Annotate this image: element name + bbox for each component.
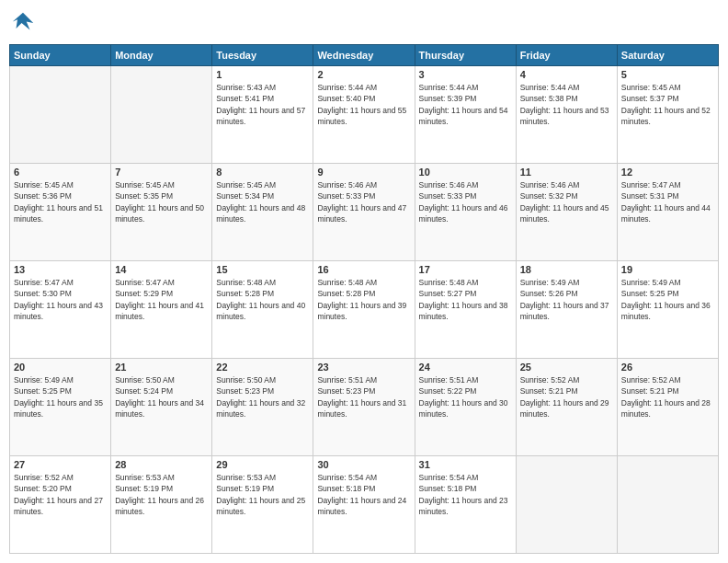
day-number: 8 [216,167,309,178]
day-cell: 15Sunrise: 5:48 AM Sunset: 5:28 PM Dayli… [212,261,313,359]
page: SundayMondayTuesdayWednesdayThursdayFrid… [0,0,728,563]
day-info: Sunrise: 5:46 AM Sunset: 5:33 PM Dayligh… [419,179,512,224]
day-info: Sunrise: 5:47 AM Sunset: 5:29 PM Dayligh… [115,277,208,322]
day-cell: 14Sunrise: 5:47 AM Sunset: 5:29 PM Dayli… [111,261,212,359]
day-info: Sunrise: 5:53 AM Sunset: 5:19 PM Dayligh… [216,472,309,517]
day-number: 5 [621,69,714,80]
logo-icon [9,9,37,37]
week-row-2: 6Sunrise: 5:45 AM Sunset: 5:36 PM Daylig… [10,164,719,261]
calendar-table: SundayMondayTuesdayWednesdayThursdayFrid… [9,44,719,554]
day-info: Sunrise: 5:48 AM Sunset: 5:27 PM Dayligh… [419,277,512,322]
day-cell: 20Sunrise: 5:49 AM Sunset: 5:25 PM Dayli… [10,359,111,456]
week-row-3: 13Sunrise: 5:47 AM Sunset: 5:30 PM Dayli… [10,261,719,359]
day-cell: 17Sunrise: 5:48 AM Sunset: 5:27 PM Dayli… [415,261,516,359]
day-header-friday: Friday [516,45,617,66]
day-number: 19 [621,264,714,275]
day-header-monday: Monday [111,45,212,66]
day-number: 30 [317,459,410,470]
day-cell: 19Sunrise: 5:49 AM Sunset: 5:25 PM Dayli… [617,261,718,359]
day-cell: 16Sunrise: 5:48 AM Sunset: 5:28 PM Dayli… [313,261,415,359]
day-cell [516,456,617,554]
day-info: Sunrise: 5:51 AM Sunset: 5:22 PM Dayligh… [419,374,512,419]
day-number: 4 [520,69,613,80]
day-number: 17 [419,264,512,275]
day-info: Sunrise: 5:45 AM Sunset: 5:35 PM Dayligh… [115,179,208,224]
day-info: Sunrise: 5:48 AM Sunset: 5:28 PM Dayligh… [317,277,410,322]
day-info: Sunrise: 5:46 AM Sunset: 5:32 PM Dayligh… [520,179,613,224]
day-number: 20 [14,362,107,373]
day-info: Sunrise: 5:49 AM Sunset: 5:26 PM Dayligh… [520,277,613,322]
day-cell: 11Sunrise: 5:46 AM Sunset: 5:32 PM Dayli… [516,164,617,261]
day-info: Sunrise: 5:54 AM Sunset: 5:18 PM Dayligh… [419,472,512,517]
week-row-4: 20Sunrise: 5:49 AM Sunset: 5:25 PM Dayli… [10,359,719,456]
week-row-5: 27Sunrise: 5:52 AM Sunset: 5:20 PM Dayli… [10,456,719,554]
day-info: Sunrise: 5:51 AM Sunset: 5:23 PM Dayligh… [317,374,410,419]
day-info: Sunrise: 5:44 AM Sunset: 5:39 PM Dayligh… [419,82,512,127]
day-info: Sunrise: 5:52 AM Sunset: 5:21 PM Dayligh… [621,374,714,419]
day-number: 1 [216,69,309,80]
day-cell: 1Sunrise: 5:43 AM Sunset: 5:41 PM Daylig… [212,66,313,164]
day-info: Sunrise: 5:49 AM Sunset: 5:25 PM Dayligh… [621,277,714,322]
day-info: Sunrise: 5:44 AM Sunset: 5:40 PM Dayligh… [317,82,410,127]
day-info: Sunrise: 5:44 AM Sunset: 5:38 PM Dayligh… [520,82,613,127]
day-header-thursday: Thursday [415,45,516,66]
day-cell: 2Sunrise: 5:44 AM Sunset: 5:40 PM Daylig… [313,66,415,164]
day-number: 26 [621,362,714,373]
day-info: Sunrise: 5:47 AM Sunset: 5:31 PM Dayligh… [621,179,714,224]
day-info: Sunrise: 5:45 AM Sunset: 5:37 PM Dayligh… [621,82,714,127]
day-info: Sunrise: 5:53 AM Sunset: 5:19 PM Dayligh… [115,472,208,517]
day-cell: 31Sunrise: 5:54 AM Sunset: 5:18 PM Dayli… [415,456,516,554]
day-number: 6 [14,167,107,178]
header-row: SundayMondayTuesdayWednesdayThursdayFrid… [10,45,719,66]
day-number: 31 [419,459,512,470]
day-cell: 25Sunrise: 5:52 AM Sunset: 5:21 PM Dayli… [516,359,617,456]
day-info: Sunrise: 5:49 AM Sunset: 5:25 PM Dayligh… [14,374,107,419]
day-cell: 27Sunrise: 5:52 AM Sunset: 5:20 PM Dayli… [10,456,111,554]
day-cell: 7Sunrise: 5:45 AM Sunset: 5:35 PM Daylig… [111,164,212,261]
day-number: 7 [115,167,208,178]
day-cell: 26Sunrise: 5:52 AM Sunset: 5:21 PM Dayli… [617,359,718,456]
day-cell: 9Sunrise: 5:46 AM Sunset: 5:33 PM Daylig… [313,164,415,261]
day-info: Sunrise: 5:45 AM Sunset: 5:34 PM Dayligh… [216,179,309,224]
day-number: 24 [419,362,512,373]
day-number: 27 [14,459,107,470]
day-number: 21 [115,362,208,373]
day-number: 9 [317,167,410,178]
day-info: Sunrise: 5:50 AM Sunset: 5:24 PM Dayligh… [115,374,208,419]
day-number: 13 [14,264,107,275]
day-info: Sunrise: 5:52 AM Sunset: 5:20 PM Dayligh… [14,472,107,517]
day-info: Sunrise: 5:50 AM Sunset: 5:23 PM Dayligh… [216,374,309,419]
day-cell: 29Sunrise: 5:53 AM Sunset: 5:19 PM Dayli… [212,456,313,554]
day-cell: 13Sunrise: 5:47 AM Sunset: 5:30 PM Dayli… [10,261,111,359]
day-info: Sunrise: 5:52 AM Sunset: 5:21 PM Dayligh… [520,374,613,419]
day-cell: 23Sunrise: 5:51 AM Sunset: 5:23 PM Dayli… [313,359,415,456]
day-number: 14 [115,264,208,275]
day-header-saturday: Saturday [617,45,718,66]
day-cell: 6Sunrise: 5:45 AM Sunset: 5:36 PM Daylig… [10,164,111,261]
day-cell: 5Sunrise: 5:45 AM Sunset: 5:37 PM Daylig… [617,66,718,164]
day-cell: 10Sunrise: 5:46 AM Sunset: 5:33 PM Dayli… [415,164,516,261]
day-number: 25 [520,362,613,373]
day-cell: 4Sunrise: 5:44 AM Sunset: 5:38 PM Daylig… [516,66,617,164]
day-cell [111,66,212,164]
week-row-1: 1Sunrise: 5:43 AM Sunset: 5:41 PM Daylig… [10,66,719,164]
day-info: Sunrise: 5:43 AM Sunset: 5:41 PM Dayligh… [216,82,309,127]
day-info: Sunrise: 5:46 AM Sunset: 5:33 PM Dayligh… [317,179,410,224]
day-number: 28 [115,459,208,470]
day-number: 16 [317,264,410,275]
day-number: 10 [419,167,512,178]
day-number: 12 [621,167,714,178]
header [9,9,719,37]
day-cell: 28Sunrise: 5:53 AM Sunset: 5:19 PM Dayli… [111,456,212,554]
day-cell [10,66,111,164]
day-number: 11 [520,167,613,178]
day-header-wednesday: Wednesday [313,45,415,66]
day-cell: 8Sunrise: 5:45 AM Sunset: 5:34 PM Daylig… [212,164,313,261]
day-cell: 22Sunrise: 5:50 AM Sunset: 5:23 PM Dayli… [212,359,313,456]
day-number: 29 [216,459,309,470]
day-info: Sunrise: 5:47 AM Sunset: 5:30 PM Dayligh… [14,277,107,322]
day-cell: 30Sunrise: 5:54 AM Sunset: 5:18 PM Dayli… [313,456,415,554]
day-number: 18 [520,264,613,275]
day-number: 3 [419,69,512,80]
day-header-tuesday: Tuesday [212,45,313,66]
